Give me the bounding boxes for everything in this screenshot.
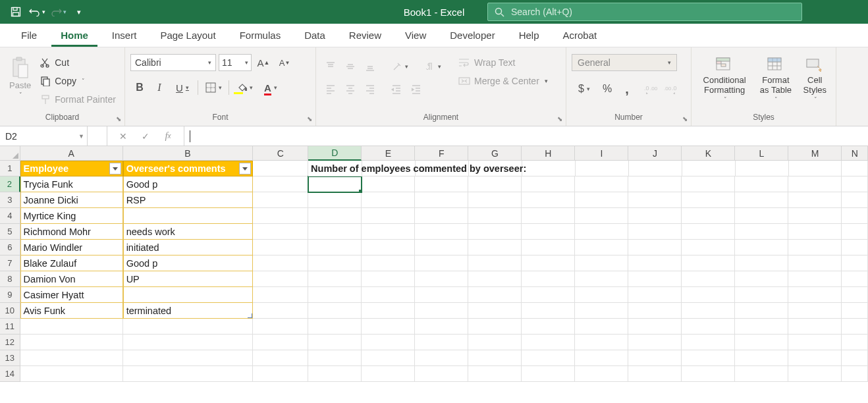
cell-I6[interactable]	[575, 240, 628, 255]
cell-E4[interactable]	[362, 208, 415, 224]
cell-A11[interactable]	[20, 319, 123, 335]
cell-K13[interactable]	[682, 350, 735, 366]
cell-A1[interactable]: Employee	[20, 161, 123, 176]
orientation-icon[interactable]: ▾	[387, 58, 412, 75]
fill-color-button[interactable]: ▾	[232, 79, 257, 96]
cell-G4[interactable]	[468, 208, 522, 224]
cell-D1[interactable]: Number of employees commented by oversee…	[308, 161, 362, 176]
cell-C13[interactable]	[253, 350, 308, 366]
tab-data[interactable]: Data	[295, 24, 335, 47]
filter-dropdown-B[interactable]	[239, 163, 251, 175]
cell-N6[interactable]	[842, 240, 868, 255]
cell-G7[interactable]	[468, 255, 522, 271]
increase-font-icon[interactable]: A▲	[254, 54, 273, 71]
col-header-N[interactable]: N	[842, 146, 868, 161]
cell-M4[interactable]	[788, 208, 842, 224]
align-top-icon[interactable]	[321, 58, 340, 75]
cell-I12[interactable]	[575, 335, 628, 350]
cell-E9[interactable]	[362, 287, 415, 303]
cell-M8[interactable]	[788, 271, 842, 287]
cell-K10[interactable]	[682, 303, 735, 319]
cell-N9[interactable]	[842, 287, 868, 303]
qat-customize-icon[interactable]: ▾	[70, 3, 88, 21]
cell-D12[interactable]	[308, 335, 362, 350]
row-header-14[interactable]: 14	[0, 366, 20, 382]
cell-A2[interactable]: Trycia Funk	[20, 176, 123, 192]
cell-D11[interactable]	[308, 319, 362, 335]
conditional-formatting-button[interactable]: Conditional Formatting˅	[697, 54, 752, 105]
align-left-icon[interactable]	[321, 80, 340, 97]
cell-B11[interactable]	[123, 319, 253, 335]
row-header-13[interactable]: 13	[0, 350, 20, 366]
col-header-C[interactable]: C	[253, 146, 308, 161]
cell-N11[interactable]	[842, 319, 868, 335]
col-header-H[interactable]: H	[522, 146, 575, 161]
cell-I8[interactable]	[575, 271, 628, 287]
cell-N8[interactable]	[842, 271, 868, 287]
cell-J6[interactable]	[628, 240, 682, 255]
cell-F6[interactable]	[415, 240, 468, 255]
cell-H6[interactable]	[522, 240, 575, 255]
cell-M2[interactable]	[788, 176, 842, 192]
cell-B13[interactable]	[123, 350, 253, 366]
cell-G14[interactable]	[468, 366, 522, 382]
cell-M5[interactable]	[788, 224, 842, 240]
cell-J8[interactable]	[628, 271, 682, 287]
cell-B5[interactable]: needs work	[123, 224, 253, 240]
cell-G6[interactable]	[468, 240, 522, 255]
cell-L9[interactable]	[735, 287, 788, 303]
cell-B6[interactable]: initiated	[123, 240, 253, 255]
cell-C1[interactable]	[253, 161, 308, 176]
cell-H13[interactable]	[522, 350, 575, 366]
cell-C5[interactable]	[253, 224, 308, 240]
cell-K1[interactable]	[682, 161, 736, 176]
cell-B8[interactable]: UP	[123, 271, 253, 287]
tab-page-layout[interactable]: Page Layout	[151, 24, 225, 47]
cell-N1[interactable]	[842, 161, 868, 176]
cell-E3[interactable]	[362, 192, 415, 208]
cell-I1[interactable]	[576, 161, 629, 176]
cell-K5[interactable]	[682, 224, 735, 240]
cell-C12[interactable]	[253, 335, 308, 350]
cell-F12[interactable]	[415, 335, 468, 350]
cell-N5[interactable]	[842, 224, 868, 240]
cell-E5[interactable]	[362, 224, 415, 240]
cell-B14[interactable]	[123, 366, 253, 382]
cell-K8[interactable]	[682, 271, 735, 287]
align-bottom-icon[interactable]	[361, 58, 379, 75]
row-header-1[interactable]: 1	[0, 161, 20, 176]
accounting-format-icon[interactable]: $▾	[572, 80, 597, 97]
cell-M6[interactable]	[788, 240, 842, 255]
cell-M11[interactable]	[788, 319, 842, 335]
cell-K7[interactable]	[682, 255, 735, 271]
cell-E2[interactable]	[362, 176, 415, 192]
cell-B12[interactable]	[123, 335, 253, 350]
format-as-table-button[interactable]: Format as Table˅	[755, 54, 796, 105]
cell-F8[interactable]	[415, 271, 468, 287]
col-header-B[interactable]: B	[123, 146, 254, 161]
cell-A4[interactable]: Myrtice King	[20, 208, 123, 224]
cell-F5[interactable]	[415, 224, 468, 240]
cell-J1[interactable]	[629, 161, 682, 176]
cell-B1[interactable]: Overseer's comments	[123, 161, 253, 176]
cell-A12[interactable]	[20, 335, 123, 350]
tab-insert[interactable]: Insert	[103, 24, 146, 47]
cell-C10[interactable]	[253, 303, 308, 319]
cell-D9[interactable]	[308, 287, 362, 303]
paste-button[interactable]: Paste˅	[5, 54, 35, 101]
number-launcher-icon[interactable]: ⬊	[680, 114, 690, 123]
merge-center-button[interactable]: Merge & Center▾	[456, 72, 551, 90]
cell-E12[interactable]	[362, 335, 415, 350]
cell-E10[interactable]	[362, 303, 415, 319]
cell-L2[interactable]	[735, 176, 788, 192]
cell-J5[interactable]	[628, 224, 682, 240]
cell-H10[interactable]	[522, 303, 575, 319]
cell-F7[interactable]	[415, 255, 468, 271]
row-header-12[interactable]: 12	[0, 335, 20, 350]
worksheet-grid[interactable]: A B C D E F G H I J K L M N 1EmployeeOve…	[0, 146, 868, 382]
cell-F10[interactable]	[415, 303, 468, 319]
cell-M13[interactable]	[788, 350, 842, 366]
cell-I10[interactable]	[575, 303, 628, 319]
search-box[interactable]: Search (Alt+Q)	[487, 3, 802, 21]
row-header-11[interactable]: 11	[0, 319, 20, 335]
